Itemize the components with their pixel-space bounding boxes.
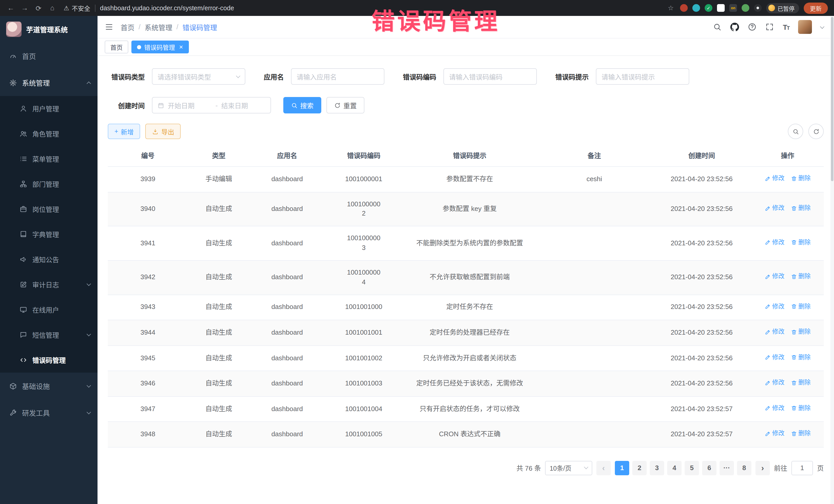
app-name-input[interactable]: 请输入应用名 <box>291 68 385 85</box>
reset-button[interactable]: 重置 <box>326 97 365 113</box>
sidebar-item-label: 字典管理 <box>32 229 59 239</box>
back-icon[interactable]: ← <box>6 4 15 12</box>
chevron-down-icon[interactable] <box>820 24 825 29</box>
profile-badge-label: 已暂停 <box>777 4 794 12</box>
breadcrumb-system[interactable]: 系统管理 <box>145 22 172 32</box>
scrollbar-thumb[interactable] <box>831 17 833 181</box>
trash-icon <box>791 431 797 437</box>
url-bar[interactable]: dashboard.yudao.iocoder.cn/system/error-… <box>100 4 662 12</box>
profile-badge[interactable]: 已暂停 <box>766 3 799 13</box>
delete-link[interactable]: 删除 <box>791 174 811 183</box>
sidebar-item-online-users[interactable]: 在线用户 <box>0 297 97 322</box>
delete-link[interactable]: 删除 <box>791 353 811 362</box>
edit-link[interactable]: 修改 <box>765 353 785 362</box>
user-avatar[interactable] <box>798 20 812 34</box>
next-page-button[interactable]: › <box>755 461 770 475</box>
delete-link[interactable]: 删除 <box>791 378 811 387</box>
page-size-select[interactable]: 10条/页 <box>545 461 592 475</box>
error-type-select[interactable]: 请选择错误码类型 <box>152 68 245 85</box>
sidebar-item-departments[interactable]: 部门管理 <box>0 171 97 197</box>
sidebar-item-positions[interactable]: 岗位管理 <box>0 197 97 222</box>
sidebar-item-home[interactable]: 首页 <box>0 43 97 69</box>
sidebar-item-notices[interactable]: 通知公告 <box>0 247 97 272</box>
edit-link[interactable]: 修改 <box>765 429 785 438</box>
delete-link[interactable]: 删除 <box>791 429 811 438</box>
sidebar-item-devtools[interactable]: 研发工具 <box>0 399 97 426</box>
edit-link[interactable]: 修改 <box>765 238 785 247</box>
edit-link[interactable]: 修改 <box>765 378 785 387</box>
site-security[interactable]: ⚠ 不安全 <box>64 4 90 12</box>
edit-link[interactable]: 修改 <box>765 174 785 183</box>
date-range-picker[interactable]: 开始日期 - 结束日期 <box>152 97 271 113</box>
update-button[interactable]: 更新 <box>804 2 828 14</box>
sidebar-item-label: 首页 <box>22 51 36 61</box>
error-code-input[interactable]: 请输入错误码编码 <box>443 68 537 85</box>
delete-link[interactable]: 删除 <box>791 302 811 311</box>
edit-link[interactable]: 修改 <box>765 302 785 311</box>
delete-link[interactable]: 删除 <box>791 204 811 213</box>
cell-type: 自动生成 <box>188 226 249 260</box>
page-number-button[interactable]: 6 <box>702 461 717 475</box>
show-search-button[interactable] <box>788 124 803 139</box>
search-button[interactable]: 搜索 <box>283 97 321 113</box>
extension-icon-5[interactable]: on <box>729 4 737 12</box>
export-button[interactable]: 导出 <box>146 124 181 139</box>
page-number-button[interactable]: 8 <box>737 461 751 475</box>
page-number-button[interactable]: ··· <box>720 461 734 475</box>
help-icon[interactable] <box>748 23 757 31</box>
goto-page-input[interactable] <box>791 461 813 475</box>
add-button[interactable]: + 新增 <box>108 124 140 139</box>
error-hint-input[interactable]: 请输入错误码提示 <box>596 68 689 85</box>
tab-home[interactable]: 首页 <box>105 41 128 53</box>
sidebar-item-error-code[interactable]: 错误码管理 <box>0 348 97 373</box>
sidebar-item-dictionary[interactable]: 字典管理 <box>0 222 97 247</box>
search-icon[interactable] <box>713 23 722 31</box>
edit-link[interactable]: 修改 <box>765 327 785 336</box>
close-icon[interactable]: × <box>179 44 183 50</box>
sidebar-item-roles[interactable]: 角色管理 <box>0 121 97 146</box>
delete-link[interactable]: 删除 <box>791 272 811 281</box>
reload-icon[interactable]: ⟳ <box>34 4 43 12</box>
extension-icon-2[interactable] <box>692 4 700 12</box>
vertical-scrollbar[interactable] <box>830 16 834 504</box>
breadcrumb-home[interactable]: 首页 <box>120 22 134 32</box>
page-number-button[interactable]: 5 <box>685 461 699 475</box>
forward-icon[interactable]: → <box>20 4 29 12</box>
delete-link[interactable]: 删除 <box>791 238 811 247</box>
date-separator: - <box>216 101 218 109</box>
page-number-button[interactable]: 1 <box>615 461 629 475</box>
home-icon[interactable]: ⌂ <box>48 4 57 12</box>
font-size-icon[interactable]: TT <box>783 22 789 31</box>
extension-icon-7[interactable] <box>754 4 762 12</box>
page-number-button[interactable]: 2 <box>632 461 647 475</box>
sidebar-item-audit-log[interactable]: 审计日志 <box>0 272 97 297</box>
github-icon[interactable] <box>730 23 739 31</box>
extension-icon-6[interactable] <box>742 4 749 12</box>
cell-remark <box>536 396 652 422</box>
edit-link[interactable]: 修改 <box>765 204 785 213</box>
breadcrumb-separator: / <box>138 23 140 31</box>
collapse-menu-icon[interactable] <box>105 23 113 31</box>
sidebar-item-menus[interactable]: 菜单管理 <box>0 146 97 171</box>
edit-link[interactable]: 修改 <box>765 404 785 413</box>
extension-icon-4[interactable] <box>717 4 725 12</box>
tab-label: 错误码管理 <box>144 43 175 51</box>
tab-error-code[interactable]: 错误码管理 × <box>131 41 189 53</box>
page-number-button[interactable]: 3 <box>650 461 664 475</box>
extension-icon-3[interactable]: ✓ <box>705 4 712 12</box>
refresh-table-button[interactable] <box>808 124 824 139</box>
sidebar-item-infrastructure[interactable]: 基础设施 <box>0 373 97 399</box>
extension-icon-1[interactable] <box>680 4 688 12</box>
cell-app: dashboard <box>249 192 325 226</box>
prev-page-button[interactable]: ‹ <box>596 461 611 475</box>
page-number-button[interactable]: 4 <box>667 461 682 475</box>
sidebar-item-system[interactable]: 系统管理 <box>0 69 97 96</box>
sidebar-item-users[interactable]: 用户管理 <box>0 96 97 121</box>
cell-code: 100100000 3 <box>325 226 403 260</box>
bookmark-star-icon[interactable]: ☆ <box>666 4 675 12</box>
delete-link[interactable]: 删除 <box>791 404 811 413</box>
edit-link[interactable]: 修改 <box>765 272 785 281</box>
sidebar-item-sms[interactable]: 短信管理 <box>0 322 97 348</box>
delete-link[interactable]: 删除 <box>791 327 811 336</box>
fullscreen-icon[interactable] <box>766 23 774 31</box>
